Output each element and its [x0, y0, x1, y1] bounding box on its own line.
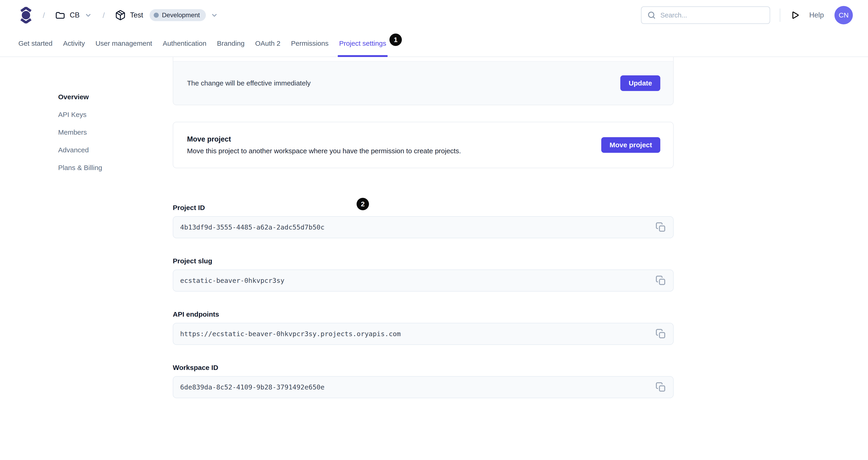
- project-slug-value: ecstatic-beaver-0hkvpcr3sy: [180, 277, 284, 284]
- tab-get-started[interactable]: Get started: [19, 30, 52, 57]
- package-icon: [115, 10, 126, 21]
- environment-label: Development: [162, 11, 200, 19]
- copy-button[interactable]: [654, 328, 667, 340]
- field-workspace-id: Workspace ID 6de839da-8c52-4109-9b28-379…: [173, 364, 674, 398]
- field-value-box: https://ecstatic-beaver-0hkvpcr3sy.proje…: [173, 323, 674, 345]
- breadcrumb-separator: /: [103, 11, 105, 20]
- update-button[interactable]: Update: [620, 75, 660, 91]
- api-endpoints-value: https://ecstatic-beaver-0hkvpcr3sy.proje…: [180, 330, 401, 338]
- copy-icon: [655, 275, 666, 286]
- chevron-down-icon: [84, 11, 93, 20]
- workspace-switcher[interactable]: CB: [55, 10, 92, 21]
- move-project-card: Move project Move this project to anothe…: [173, 122, 674, 168]
- field-api-endpoints: API endpoints https://ecstatic-beaver-0h…: [173, 310, 674, 345]
- copy-icon: [655, 329, 666, 339]
- project-name: Test: [130, 11, 143, 19]
- settings-main: The change will be effective immediately…: [173, 57, 674, 460]
- update-card-body: [173, 57, 673, 61]
- settings-sidebar: Overview API Keys Members Advanced Plans…: [0, 57, 173, 460]
- field-label: Project ID: [173, 204, 674, 212]
- search-box[interactable]: [641, 6, 770, 24]
- field-label: Project slug: [173, 257, 674, 265]
- folder-icon: [55, 10, 65, 21]
- breadcrumb-separator: /: [43, 11, 45, 20]
- update-card: The change will be effective immediately…: [173, 57, 674, 105]
- avatar-initials: CN: [839, 11, 848, 19]
- field-label: Workspace ID: [173, 364, 674, 371]
- copy-button[interactable]: [654, 274, 667, 287]
- project-tabs: Get started Activity User management Aut…: [0, 30, 868, 57]
- update-card-footer: The change will be effective immediately…: [173, 61, 673, 105]
- move-project-description: Move this project to another workspace w…: [187, 147, 461, 155]
- copy-icon: [655, 222, 666, 233]
- environment-dot-icon: [154, 13, 159, 18]
- top-bar: / CB / Test Development: [0, 0, 868, 30]
- tab-authentication[interactable]: Authentication: [163, 30, 206, 57]
- update-note: The change will be effective immediately: [187, 79, 311, 87]
- move-project-button[interactable]: Move project: [601, 137, 660, 153]
- search-input[interactable]: [660, 11, 764, 19]
- sidebar-item-api-keys[interactable]: API Keys: [58, 111, 173, 118]
- sidebar-item-members[interactable]: Members: [58, 128, 173, 136]
- tab-label: Project settings: [339, 39, 386, 47]
- sidebar-item-overview[interactable]: Overview: [58, 93, 173, 101]
- move-project-text: Move project Move this project to anothe…: [187, 135, 461, 155]
- annotation-badge-1: 1: [390, 34, 402, 46]
- workspace-name: CB: [70, 11, 80, 19]
- tab-oauth2[interactable]: OAuth 2: [255, 30, 280, 57]
- sidebar-item-plans-billing[interactable]: Plans & Billing: [58, 164, 173, 172]
- header-actions: Help CN: [641, 6, 853, 24]
- field-value-box: 6de839da-8c52-4109-9b28-3791492e650e: [173, 376, 674, 398]
- tab-activity[interactable]: Activity: [63, 30, 85, 57]
- header-divider: [780, 8, 780, 22]
- annotation-badge-2: 2: [356, 198, 369, 210]
- project-identifiers-section: 2 Project ID 4b13df9d-3555-4485-a62a-2ad…: [173, 204, 674, 398]
- field-label: API endpoints: [173, 310, 674, 318]
- copy-button[interactable]: [654, 381, 667, 394]
- help-link[interactable]: Help: [809, 11, 824, 19]
- field-project-slug: Project slug ecstatic-beaver-0hkvpcr3sy: [173, 257, 674, 292]
- field-value-box: ecstatic-beaver-0hkvpcr3sy: [173, 270, 674, 292]
- field-value-box: 4b13df9d-3555-4485-a62a-2adc55d7b50c: [173, 216, 674, 238]
- project-switcher[interactable]: Test Development: [115, 9, 219, 21]
- environment-badge: Development: [150, 9, 206, 21]
- field-project-id: Project ID 4b13df9d-3555-4485-a62a-2adc5…: [173, 204, 674, 238]
- move-project-title: Move project: [187, 135, 461, 143]
- page-content: Overview API Keys Members Advanced Plans…: [0, 57, 868, 460]
- copy-button[interactable]: [654, 221, 667, 234]
- search-icon: [647, 10, 656, 20]
- tab-project-settings[interactable]: Project settings 1: [339, 30, 386, 57]
- copy-icon: [655, 382, 666, 393]
- sidebar-item-advanced[interactable]: Advanced: [58, 146, 173, 154]
- avatar[interactable]: CN: [834, 6, 853, 24]
- run-play-icon[interactable]: [790, 10, 800, 20]
- tab-user-management[interactable]: User management: [95, 30, 152, 57]
- ory-logo-icon[interactable]: [19, 7, 33, 24]
- tab-branding[interactable]: Branding: [217, 30, 244, 57]
- tab-permissions[interactable]: Permissions: [291, 30, 329, 57]
- project-id-value: 4b13df9d-3555-4485-a62a-2adc55d7b50c: [180, 223, 324, 231]
- workspace-id-value: 6de839da-8c52-4109-9b28-3791492e650e: [180, 383, 324, 391]
- chevron-down-icon: [210, 11, 219, 20]
